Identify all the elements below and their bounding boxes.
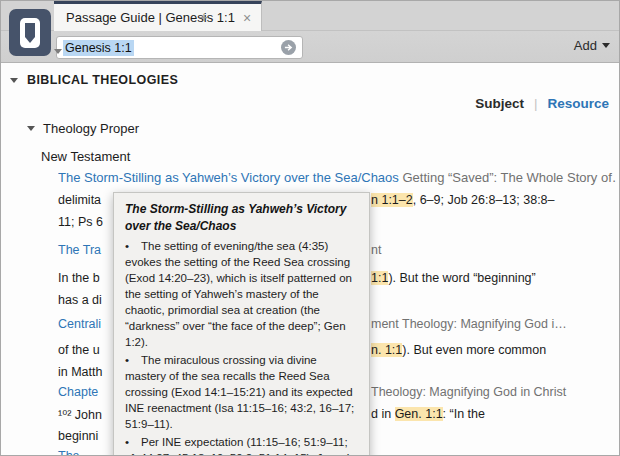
logos-bookmark-icon [9,9,51,56]
view-by-subject-button[interactable]: Subject [475,96,524,111]
passage-guide-menu-button[interactable] [9,9,51,56]
section-title: BIBLICAL THEOLOGIES [27,73,178,87]
add-menu-button[interactable]: Add [574,38,610,53]
row-right-fragment: d in Gen. 1:1: “In the [371,407,485,421]
tooltip-bullet: •Per INE expectation (11:15–16; 51:9–11;… [125,434,358,455]
row-right-fragment: n 1:1–2, 6–9; Job 26:8–13; 38:8– [371,193,555,207]
collapse-triangle-icon[interactable] [27,126,35,131]
bullet-icon: • [125,238,141,254]
passage-guide-content: BIBLICAL THEOLOGIES Subject | Resource T… [1,63,619,455]
view-switch-divider: | [534,96,538,111]
clipped-link-fragment[interactable]: The… [58,449,92,455]
chevron-down-icon [602,43,610,48]
row-right-fragment: n. 1:1). But even more common [371,343,546,357]
window-chrome: Passage Guide | Genesis 1:1 × + Genesis … [1,1,619,63]
reference-highlight[interactable]: n 1:1–2 [371,193,413,207]
collapse-triangle-icon[interactable] [10,78,18,83]
bullet-icon: • [125,352,141,368]
reference-highlight[interactable]: Gen. 1:1 [395,407,443,421]
row-left-fragment: In the b [58,271,100,285]
tab-passage-guide[interactable]: Passage Guide | Genesis 1:1 × [54,1,262,31]
article-row: The Storm-Stilling as Yahweh’s Victory o… [58,170,617,185]
row-left-fragment: beginni [58,429,98,443]
resource-title-fragment: ment Theology: Magnifying God i… [371,317,567,331]
reference-value[interactable]: Genesis 1:1 [63,40,134,56]
row-left-fragment: of the u [58,343,100,357]
row-left-fragment: 11; Ps 6 [58,215,103,229]
view-switch: Subject | Resource [475,96,609,111]
tooltip-bullet: •The miraculous crossing via divine mast… [125,352,358,432]
resource-title-fragment: Theology: Magnifying God in Christ [371,385,566,399]
article-link-fragment[interactable]: Chapte [58,385,98,399]
right-arrow-icon [284,43,293,52]
article-link-fragment[interactable]: The Tra [58,243,101,257]
group-label: Theology Proper [43,121,139,136]
row-right-fragment: 1:1). But the word “beginning” [371,271,536,285]
article-link-fragment[interactable]: Centrali [58,317,101,331]
section-biblical-theologies[interactable]: BIBLICAL THEOLOGIES [10,73,178,87]
view-by-resource-button[interactable]: Resource [547,96,609,111]
go-arrow-button[interactable] [281,40,296,55]
group-theology-proper[interactable]: Theology Proper [27,121,139,136]
article-preview-tooltip: The Storm-Stilling as Yahweh’s Victory o… [113,192,370,455]
tooltip-bullet: •The setting of evening/the sea (4:35) e… [125,238,358,350]
app-window: Passage Guide | Genesis 1:1 × + Genesis … [0,0,620,456]
resource-title-fragment: nt [371,243,381,257]
reference-input[interactable]: Genesis 1:1 [56,36,303,59]
row-left-fragment: ¹⁰² John [58,407,102,422]
toolbar: Genesis 1:1 Add [1,32,619,63]
add-label: Add [574,38,597,53]
bullet-icon: • [125,434,141,450]
reference-highlight[interactable]: n. 1:1 [371,343,402,357]
article-link[interactable]: The Storm-Stilling as Yahweh’s Victory o… [58,170,399,185]
tooltip-title: The Storm-Stilling as Yahweh’s Victory o… [125,201,358,235]
row-left-fragment: in Matth [58,365,102,379]
row-left-fragment: has a di [58,293,102,307]
new-tab-button[interactable]: + [191,1,217,31]
article-resource-title: Getting “Saved”: The Whole Story of… [402,170,617,185]
close-icon[interactable]: × [243,11,251,25]
row-left-fragment: delimita [58,193,101,207]
subgroup-new-testament: New Testament [41,149,130,164]
reference-highlight[interactable]: 1:1 [371,271,388,285]
chevron-down-icon[interactable] [54,49,62,54]
